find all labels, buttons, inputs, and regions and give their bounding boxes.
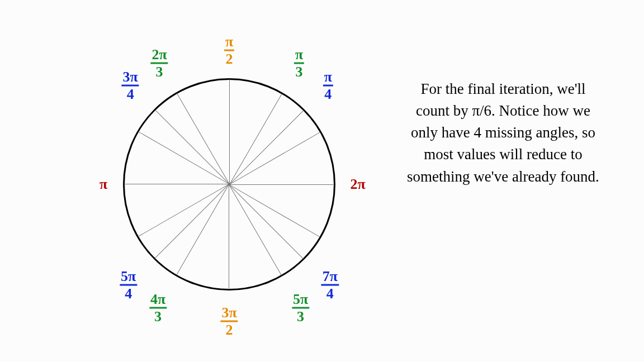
- fraction-numerator: 3π: [220, 306, 238, 322]
- angle-label: π4: [323, 70, 333, 102]
- angle-label: π: [98, 177, 108, 192]
- angle-label: 4π3: [149, 292, 167, 323]
- fraction-denominator: 3: [297, 308, 304, 323]
- radius-line: [124, 184, 229, 184]
- angle-label: π2: [224, 35, 234, 66]
- fraction-numerator: π: [98, 177, 108, 192]
- angle-label: 2π: [349, 177, 366, 192]
- fraction-numerator: 2π: [349, 177, 366, 192]
- fraction-numerator: 4π: [149, 292, 167, 308]
- fraction-denominator: 4: [326, 286, 334, 301]
- fraction-denominator: 3: [154, 308, 162, 323]
- angle-label: 3π2: [220, 306, 238, 337]
- fraction-numerator: 3π: [122, 70, 139, 87]
- angle-label: 2π3: [150, 47, 168, 79]
- angle-label: 5π4: [120, 269, 137, 301]
- fraction-denominator: 4: [125, 286, 132, 301]
- fraction-denominator: 3: [296, 64, 303, 79]
- angle-label: 3π4: [122, 70, 139, 102]
- stage: 2ππ4π3π22π33π4π5π44π33π25π37π4 For the f…: [0, 0, 644, 362]
- fraction-denominator: 2: [226, 51, 233, 66]
- unit-circle: [123, 78, 335, 290]
- fraction-denominator: 4: [324, 87, 332, 102]
- fraction-numerator: 7π: [321, 269, 339, 286]
- fraction-numerator: π: [294, 47, 304, 64]
- angle-label: 5π3: [292, 292, 309, 323]
- fraction-numerator: π: [323, 70, 333, 87]
- fraction-numerator: 5π: [120, 269, 137, 286]
- fraction-denominator: 4: [127, 87, 134, 102]
- fraction-numerator: 2π: [150, 47, 168, 64]
- angle-label: π3: [294, 47, 304, 79]
- radius-line: [229, 184, 229, 289]
- fraction-numerator: π: [224, 35, 234, 51]
- fraction-numerator: 5π: [292, 292, 309, 308]
- radius-line: [229, 184, 334, 185]
- angle-label: 7π4: [321, 269, 339, 301]
- explanation-text: For the final iteration, we'll count by …: [402, 78, 604, 188]
- fraction-denominator: 3: [156, 64, 163, 79]
- radius-line: [229, 79, 230, 184]
- fraction-denominator: 2: [226, 322, 233, 337]
